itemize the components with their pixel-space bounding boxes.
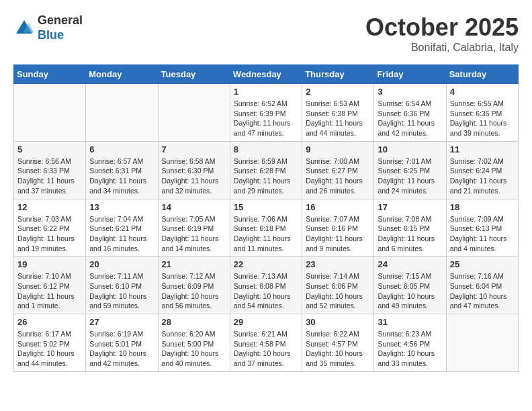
day-info: Sunrise: 7:00 AM Sunset: 6:27 PM Dayligh…	[306, 156, 370, 196]
calendar-table: SundayMondayTuesdayWednesdayThursdayFrid…	[13, 64, 519, 372]
day-info: Sunrise: 6:57 AM Sunset: 6:31 PM Dayligh…	[89, 156, 154, 196]
day-info: Sunrise: 7:02 AM Sunset: 6:24 PM Dayligh…	[450, 156, 515, 196]
day-of-week-header: Monday	[86, 65, 158, 84]
day-number: 14	[162, 202, 226, 212]
calendar-cell: 11Sunrise: 7:02 AM Sunset: 6:24 PM Dayli…	[446, 141, 518, 199]
day-info: Sunrise: 7:16 AM Sunset: 6:04 PM Dayligh…	[450, 271, 515, 311]
day-info: Sunrise: 7:01 AM Sunset: 6:25 PM Dayligh…	[378, 156, 442, 196]
day-info: Sunrise: 7:07 AM Sunset: 6:16 PM Dayligh…	[306, 214, 370, 254]
calendar-cell: 12Sunrise: 7:03 AM Sunset: 6:22 PM Dayli…	[14, 199, 86, 257]
day-number: 16	[306, 202, 370, 212]
calendar-cell: 20Sunrise: 7:11 AM Sunset: 6:10 PM Dayli…	[86, 257, 158, 314]
calendar-week-row: 26Sunrise: 6:17 AM Sunset: 5:02 PM Dayli…	[14, 314, 519, 372]
calendar-week-row: 12Sunrise: 7:03 AM Sunset: 6:22 PM Dayli…	[14, 199, 519, 257]
day-info: Sunrise: 7:13 AM Sunset: 6:08 PM Dayligh…	[234, 271, 298, 311]
day-info: Sunrise: 7:15 AM Sunset: 6:05 PM Dayligh…	[378, 271, 442, 311]
calendar-cell: 29Sunrise: 6:21 AM Sunset: 4:58 PM Dayli…	[230, 314, 302, 372]
day-info: Sunrise: 6:58 AM Sunset: 6:30 PM Dayligh…	[162, 156, 226, 196]
title-block: October 2025 Bonifati, Calabria, Italy	[365, 13, 519, 54]
day-info: Sunrise: 7:04 AM Sunset: 6:21 PM Dayligh…	[89, 214, 154, 254]
calendar-cell: 26Sunrise: 6:17 AM Sunset: 5:02 PM Dayli…	[14, 314, 86, 372]
day-info: Sunrise: 6:21 AM Sunset: 4:58 PM Dayligh…	[234, 329, 298, 369]
day-info: Sunrise: 7:14 AM Sunset: 6:06 PM Dayligh…	[306, 271, 370, 311]
day-info: Sunrise: 6:23 AM Sunset: 4:56 PM Dayligh…	[378, 329, 442, 369]
day-info: Sunrise: 6:22 AM Sunset: 4:57 PM Dayligh…	[306, 329, 370, 369]
logo: General Blue	[13, 13, 83, 42]
calendar-header-row: SundayMondayTuesdayWednesdayThursdayFrid…	[14, 65, 519, 84]
day-info: Sunrise: 6:54 AM Sunset: 6:36 PM Dayligh…	[378, 99, 442, 138]
day-info: Sunrise: 7:12 AM Sunset: 6:09 PM Dayligh…	[162, 271, 226, 311]
location: Bonifati, Calabria, Italy	[365, 42, 519, 54]
day-of-week-header: Wednesday	[230, 65, 302, 84]
day-of-week-header: Thursday	[302, 65, 374, 84]
day-number: 20	[89, 259, 154, 269]
day-number: 13	[89, 202, 154, 212]
day-number: 7	[162, 144, 226, 154]
day-number: 21	[162, 259, 226, 269]
day-number: 17	[378, 202, 442, 212]
day-number: 9	[306, 144, 370, 154]
day-number: 11	[450, 144, 515, 154]
calendar-cell: 31Sunrise: 6:23 AM Sunset: 4:56 PM Dayli…	[374, 314, 446, 372]
day-number: 15	[234, 202, 298, 212]
day-number: 1	[234, 87, 298, 97]
day-number: 12	[17, 202, 82, 212]
day-number: 24	[378, 259, 442, 269]
day-info: Sunrise: 7:05 AM Sunset: 6:19 PM Dayligh…	[162, 214, 226, 254]
calendar-cell: 7Sunrise: 6:58 AM Sunset: 6:30 PM Daylig…	[158, 141, 230, 199]
calendar-cell: 30Sunrise: 6:22 AM Sunset: 4:57 PM Dayli…	[302, 314, 374, 372]
calendar-cell	[14, 84, 86, 142]
day-info: Sunrise: 7:03 AM Sunset: 6:22 PM Dayligh…	[17, 214, 82, 254]
day-info: Sunrise: 6:55 AM Sunset: 6:35 PM Dayligh…	[450, 99, 515, 138]
calendar-cell: 8Sunrise: 6:59 AM Sunset: 6:28 PM Daylig…	[230, 141, 302, 199]
day-number: 28	[162, 317, 226, 327]
day-number: 27	[89, 317, 154, 327]
day-number: 6	[89, 144, 154, 154]
calendar-cell: 28Sunrise: 6:20 AM Sunset: 5:00 PM Dayli…	[158, 314, 230, 372]
calendar-cell: 23Sunrise: 7:14 AM Sunset: 6:06 PM Dayli…	[302, 257, 374, 314]
day-number: 29	[234, 317, 298, 327]
calendar-cell	[158, 84, 230, 142]
day-number: 3	[378, 87, 442, 97]
day-of-week-header: Saturday	[446, 65, 518, 84]
calendar-cell: 21Sunrise: 7:12 AM Sunset: 6:09 PM Dayli…	[158, 257, 230, 314]
month-title: October 2025	[365, 13, 519, 42]
calendar-cell	[446, 314, 518, 372]
calendar-cell: 5Sunrise: 6:56 AM Sunset: 6:33 PM Daylig…	[14, 141, 86, 199]
day-number: 31	[378, 317, 442, 327]
day-info: Sunrise: 7:09 AM Sunset: 6:13 PM Dayligh…	[450, 214, 515, 254]
day-info: Sunrise: 7:10 AM Sunset: 6:12 PM Dayligh…	[17, 271, 82, 311]
day-info: Sunrise: 6:56 AM Sunset: 6:33 PM Dayligh…	[17, 156, 82, 196]
calendar-cell: 14Sunrise: 7:05 AM Sunset: 6:19 PM Dayli…	[158, 199, 230, 257]
calendar-cell: 17Sunrise: 7:08 AM Sunset: 6:15 PM Dayli…	[374, 199, 446, 257]
calendar-cell: 9Sunrise: 7:00 AM Sunset: 6:27 PM Daylig…	[302, 141, 374, 199]
calendar-cell: 24Sunrise: 7:15 AM Sunset: 6:05 PM Dayli…	[374, 257, 446, 314]
calendar-cell: 25Sunrise: 7:16 AM Sunset: 6:04 PM Dayli…	[446, 257, 518, 314]
day-number: 22	[234, 259, 298, 269]
day-number: 8	[234, 144, 298, 154]
logo-icon	[13, 17, 35, 39]
day-number: 26	[17, 317, 82, 327]
calendar-cell: 18Sunrise: 7:09 AM Sunset: 6:13 PM Dayli…	[446, 199, 518, 257]
day-info: Sunrise: 7:08 AM Sunset: 6:15 PM Dayligh…	[378, 214, 442, 254]
day-of-week-header: Sunday	[14, 65, 86, 84]
day-info: Sunrise: 7:06 AM Sunset: 6:18 PM Dayligh…	[234, 214, 298, 254]
calendar-cell: 15Sunrise: 7:06 AM Sunset: 6:18 PM Dayli…	[230, 199, 302, 257]
day-info: Sunrise: 6:20 AM Sunset: 5:00 PM Dayligh…	[162, 329, 226, 369]
day-info: Sunrise: 6:19 AM Sunset: 5:01 PM Dayligh…	[89, 329, 154, 369]
calendar-cell: 19Sunrise: 7:10 AM Sunset: 6:12 PM Dayli…	[14, 257, 86, 314]
day-number: 23	[306, 259, 370, 269]
calendar-week-row: 19Sunrise: 7:10 AM Sunset: 6:12 PM Dayli…	[14, 257, 519, 314]
day-number: 4	[450, 87, 515, 97]
day-number: 25	[450, 259, 515, 269]
day-number: 5	[17, 144, 82, 154]
calendar-cell: 6Sunrise: 6:57 AM Sunset: 6:31 PM Daylig…	[86, 141, 158, 199]
day-of-week-header: Tuesday	[158, 65, 230, 84]
day-number: 10	[378, 144, 442, 154]
day-info: Sunrise: 7:11 AM Sunset: 6:10 PM Dayligh…	[89, 271, 154, 311]
calendar-cell: 16Sunrise: 7:07 AM Sunset: 6:16 PM Dayli…	[302, 199, 374, 257]
day-number: 19	[17, 259, 82, 269]
day-info: Sunrise: 6:17 AM Sunset: 5:02 PM Dayligh…	[17, 329, 82, 369]
calendar-cell: 1Sunrise: 6:52 AM Sunset: 6:39 PM Daylig…	[230, 84, 302, 142]
day-number: 18	[450, 202, 515, 212]
